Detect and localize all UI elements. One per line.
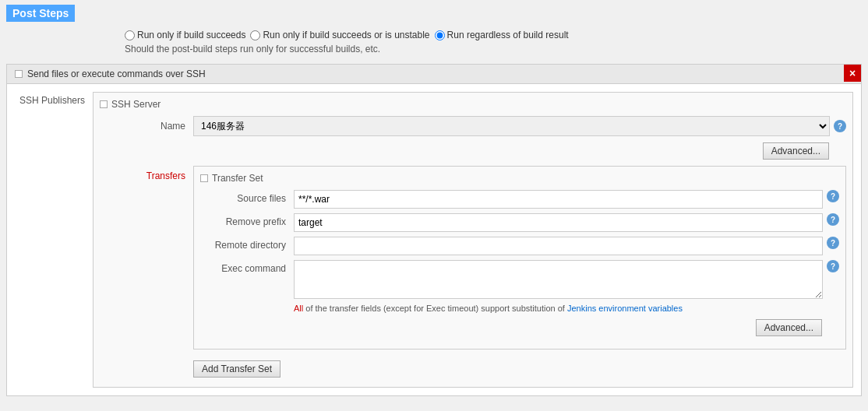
- section-box: Send files or execute commands over SSH …: [6, 64, 862, 396]
- advanced-btn-row-bottom: Advanced...: [200, 319, 839, 336]
- remove-prefix-row: Remove prefix ?: [200, 213, 839, 232]
- radio-label-option2: Run only if build succeeds or is unstabl…: [263, 30, 429, 40]
- subtitle: Should the post-build steps run only for…: [0, 44, 868, 54]
- transfer-set-box: Transfer Set Source files ? Remove prefi…: [193, 166, 846, 350]
- env-note-all: All: [294, 304, 303, 313]
- remote-directory-row: Remote directory ?: [200, 237, 839, 255]
- remote-directory-help-icon[interactable]: ?: [827, 237, 839, 249]
- exec-command-label: Exec command: [200, 260, 294, 274]
- ssh-publishers-row: SSH Publishers SSH Server Name 146服务器 ?: [7, 84, 861, 395]
- source-files-row: Source files ?: [200, 190, 839, 209]
- name-row: Name 146服务器 ?: [100, 116, 846, 136]
- radio-label-option3: Run regardless of build result: [447, 30, 569, 40]
- advanced-button-top[interactable]: Advanced...: [763, 142, 829, 160]
- remove-prefix-input[interactable]: [294, 213, 823, 232]
- radio-option1[interactable]: Run only if build succeeds: [125, 30, 245, 40]
- source-files-input[interactable]: [294, 190, 823, 209]
- exec-command-row: Exec command ?: [200, 260, 839, 299]
- transfers-row: Transfers Transfer Set Source files ?: [100, 166, 846, 350]
- remove-prefix-help-icon[interactable]: ?: [827, 213, 839, 226]
- advanced-button-bottom[interactable]: Advanced...: [756, 319, 822, 336]
- source-files-label: Source files: [200, 190, 294, 204]
- section-title-icon: [15, 70, 23, 78]
- name-help-icon[interactable]: ?: [834, 120, 846, 132]
- remote-directory-input[interactable]: [294, 237, 823, 255]
- radio-option2[interactable]: Run only if build succeeds or is unstabl…: [250, 30, 429, 40]
- name-select[interactable]: 146服务器: [193, 116, 830, 136]
- page-container: Post Steps Run only if build succeeds Ru…: [0, 0, 868, 411]
- ssh-publishers-label: SSH Publishers: [15, 92, 93, 388]
- advanced-btn-row-top: Advanced...: [100, 142, 846, 160]
- env-note: All of the transfer fields (except for E…: [200, 304, 839, 313]
- remote-directory-label: Remote directory: [200, 237, 294, 251]
- section-title: Send files or execute commands over SSH: [7, 65, 861, 84]
- transfer-set-icon: [200, 174, 208, 182]
- exec-command-input[interactable]: [294, 260, 823, 299]
- ssh-server-title: SSH Server: [100, 99, 846, 110]
- name-label: Name: [100, 121, 193, 132]
- radio-input-option3[interactable]: [435, 30, 445, 40]
- post-steps-header: Post Steps: [6, 5, 75, 22]
- close-button[interactable]: ×: [844, 65, 861, 82]
- radio-input-option2[interactable]: [250, 30, 260, 40]
- ssh-server-box: SSH Server Name 146服务器 ? Advanced... Tra…: [93, 92, 853, 388]
- radio-label-option1: Run only if build succeeds: [137, 30, 245, 40]
- env-note-middle: of the transfer fields (except for Exec …: [305, 304, 567, 313]
- radio-row: Run only if build succeeds Run only if b…: [0, 30, 868, 40]
- ssh-server-title-text: SSH Server: [111, 99, 161, 110]
- section-title-text: Send files or execute commands over SSH: [27, 68, 206, 79]
- ssh-server-icon: [100, 100, 108, 108]
- transfer-set-title-text: Transfer Set: [212, 173, 263, 184]
- radio-input-option1[interactable]: [125, 30, 135, 40]
- transfer-set-title: Transfer Set: [200, 173, 839, 184]
- remove-prefix-label: Remove prefix: [200, 213, 294, 227]
- add-transfer-row: Add Transfer Set: [100, 350, 846, 381]
- exec-command-help-icon[interactable]: ?: [827, 260, 839, 272]
- source-files-help-icon[interactable]: ?: [827, 190, 839, 202]
- add-transfer-button[interactable]: Add Transfer Set: [193, 360, 281, 378]
- env-note-link[interactable]: Jenkins environment variables: [567, 304, 683, 313]
- radio-option3[interactable]: Run regardless of build result: [435, 30, 569, 40]
- transfers-label: Transfers: [100, 166, 193, 350]
